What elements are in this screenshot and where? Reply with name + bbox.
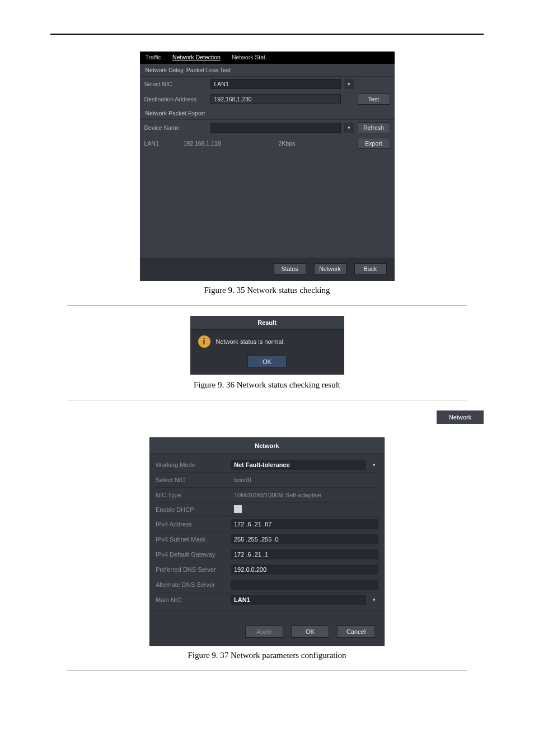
preferred-dns-label: Preferred DNS Server [156,566,227,573]
ok-button[interactable]: OK [291,626,329,638]
alternate-dns-input[interactable] [231,580,378,590]
select-nic-dropdown[interactable]: LAN1 [210,79,341,89]
modal-title: Result [190,316,344,330]
device-row: LAN1 192.168.1.118 2Kbps Export [140,136,395,151]
test-button[interactable]: Test [358,94,390,105]
ipv4-subnet-mask-label: IPv4 Subnet Mask [156,536,227,543]
nic-type-label: NIC Type [156,492,227,498]
cancel-button[interactable]: Cancel [337,626,375,638]
enable-dhcp-checkbox[interactable] [234,505,242,513]
destination-address-value: 192,168,1,230 [214,96,252,102]
network-button[interactable]: Network [314,263,346,274]
working-mode-dropdown[interactable]: Net Fault-tolerance [231,460,366,470]
ipv4-gateway-input[interactable]: 172 .6 .21 .1 [231,549,378,559]
section-delay-packet-loss: Network Delay, Packet Loss Test [140,64,395,77]
chevron-down-icon[interactable]: ▾ [369,597,378,603]
chevron-down-icon[interactable]: ▾ [344,123,354,133]
section-packet-export: Network Packet Export [140,107,395,120]
select-nic-label: Select NIC [156,477,227,483]
chevron-down-icon[interactable]: ▾ [369,462,378,468]
device-row-rate: 2Kbps [256,140,352,147]
refresh-button[interactable]: Refresh [358,122,390,133]
nic-type-value: 10M/100M/1000M Self-adaptive [231,490,378,500]
ipv4-address-input[interactable]: 172 .6 .21 .87 [231,519,378,529]
network-parameters-dialog: Network Working Mode Net Fault-tolerance… [149,437,385,646]
footer-buttons: Status Network Back [140,258,395,281]
select-nic-label: Select NIC [144,81,207,87]
tab-network-detection[interactable]: Network Detection [167,52,226,64]
ipv4-subnet-mask-input[interactable]: 255 .255 .255 .0 [231,534,378,544]
info-icon: i [198,335,210,348]
ok-button[interactable]: OK [247,356,287,368]
figure-caption-2: Figure 9. 36 Network status checking res… [0,380,534,390]
modal-message: Network status is normal. [216,338,285,345]
result-modal: Result i Network status is normal. OK [190,316,344,375]
select-nic-value: LAN1 [214,81,229,87]
select-nic-value: bond0 [231,475,378,485]
ipv4-gateway-label: IPv4 Default Gateway [156,551,227,558]
enable-dhcp-label: Enable DHCP [156,506,227,513]
network-inline-button[interactable]: Network [437,410,484,424]
main-nic-label: Main NIC [156,596,227,603]
dialog-title: Network [150,438,384,454]
device-row-ip: 192.168.1.118 [184,140,251,147]
alternate-dns-label: Alternate DNS Server [156,581,227,588]
export-button[interactable]: Export [358,138,390,149]
main-nic-dropdown[interactable]: LAN1 [231,595,366,605]
status-button[interactable]: Status [274,263,306,274]
network-detection-panel: Traffic Network Detection Network Stat. … [140,52,395,281]
working-mode-label: Working Mode [156,461,227,468]
figure-caption-1: Figure 9. 35 Network status checking [0,286,534,295]
device-row-name: LAN1 [144,140,178,147]
tab-bar: Traffic Network Detection Network Stat. [140,52,395,64]
preferred-dns-input[interactable]: 192.0.0.200 [231,564,378,575]
device-name-dropdown[interactable] [210,123,341,133]
tab-network-stat[interactable]: Network Stat. [226,52,273,64]
apply-button[interactable]: Apply [245,626,283,638]
tab-traffic[interactable]: Traffic [140,52,167,64]
chevron-down-icon[interactable]: ▾ [344,79,354,89]
destination-address-input[interactable]: 192,168,1,230 [210,94,341,104]
device-name-label: Device Name [144,124,207,131]
ipv4-address-label: IPv4 Address [156,521,227,528]
figure-caption-3: Figure 9. 37 Network parameters configur… [0,651,534,660]
dialog-footer: Apply OK Cancel [150,610,384,646]
destination-address-label: Destination Address [144,96,207,102]
back-button[interactable]: Back [354,263,387,274]
